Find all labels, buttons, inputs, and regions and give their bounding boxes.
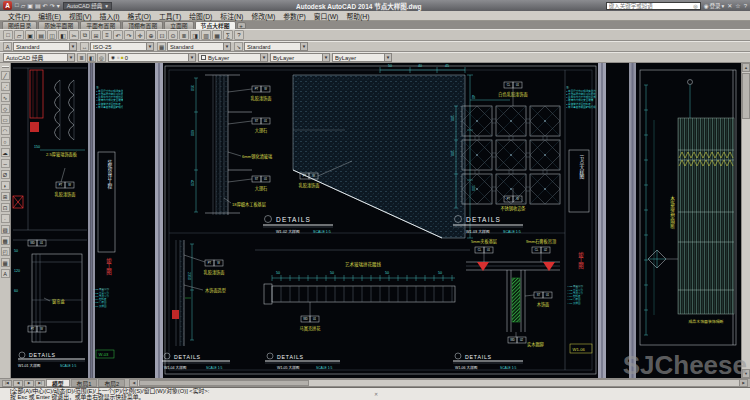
zoom-window-icon[interactable]: ⊡ bbox=[157, 30, 167, 40]
menu-item[interactable]: 格式(O) bbox=[124, 11, 155, 20]
mleader-style-combo[interactable]: Standard ▼ bbox=[244, 42, 308, 51]
file-tab[interactable]: 顶棚布置图 bbox=[122, 21, 163, 29]
linetype-combo[interactable]: ByLayer ▼ bbox=[270, 53, 330, 62]
chevron-down-icon[interactable]: ▼ bbox=[146, 43, 153, 50]
chevron-down-icon[interactable]: ▼ bbox=[384, 54, 391, 61]
drawing-canvas[interactable]: 150 2.5厚玻璃饰面板 PT W 乳胶漆饰面 50 120 60 WD 01 bbox=[11, 63, 741, 378]
point-icon[interactable]: · bbox=[1, 214, 10, 223]
menu-item[interactable]: 插入(I) bbox=[96, 11, 124, 20]
horizontal-scroll-thumb[interactable] bbox=[139, 380, 309, 386]
hatch-icon[interactable]: ▨ bbox=[1, 225, 10, 234]
undo-icon[interactable]: ↶ bbox=[113, 30, 123, 40]
model-tab[interactable]: 模型 bbox=[46, 379, 70, 387]
revision-cloud-icon[interactable]: ☁ bbox=[1, 148, 10, 157]
save-icon[interactable]: ▣ bbox=[25, 30, 35, 40]
chevron-down-icon[interactable]: ▼ bbox=[322, 54, 329, 61]
file-tab[interactable]: 图纸目录 bbox=[2, 21, 37, 29]
copy-icon[interactable]: ⧉ bbox=[80, 30, 90, 40]
sheet-set-icon[interactable]: ▦ bbox=[212, 30, 222, 40]
polygon-icon[interactable]: ◇ bbox=[1, 104, 10, 113]
scroll-right-icon[interactable]: ▶ bbox=[739, 380, 747, 386]
undo-icon[interactable]: ↶ bbox=[43, 2, 48, 9]
redo-icon[interactable]: ↷ bbox=[124, 30, 134, 40]
redo-icon[interactable]: ↷ bbox=[50, 2, 55, 9]
dim-style-combo[interactable]: ISO-25 ▼ bbox=[90, 42, 154, 51]
last-tab-icon[interactable]: ▶| bbox=[35, 380, 45, 387]
help-icon[interactable]: ? bbox=[744, 3, 747, 9]
chevron-down-icon[interactable]: ▼ bbox=[67, 54, 74, 61]
menu-item[interactable]: 编辑(E) bbox=[34, 11, 65, 20]
line-icon[interactable]: ╱ bbox=[1, 71, 10, 80]
search-input[interactable] bbox=[609, 3, 693, 9]
search-icon[interactable]: ◎ bbox=[693, 3, 697, 9]
match-properties-icon[interactable]: ≡ bbox=[102, 30, 112, 40]
layer-combo[interactable]: ◉ ☼ ■ 0 ▼ bbox=[108, 53, 196, 62]
layout-tab[interactable]: 布局2 bbox=[98, 379, 125, 387]
chevron-down-icon[interactable]: ▼ bbox=[300, 43, 307, 50]
help-icon[interactable]: ? bbox=[234, 30, 244, 40]
chevron-down-icon[interactable]: ▼ bbox=[260, 54, 267, 61]
mtext-icon[interactable]: A bbox=[1, 269, 10, 278]
zoom-previous-icon[interactable]: ⊙ bbox=[168, 30, 178, 40]
exchange-apps-icon[interactable]: ✕ bbox=[727, 2, 732, 9]
circle-icon[interactable]: ○ bbox=[1, 137, 10, 146]
workspace-switcher[interactable]: AutoCAD 经典 ▾ bbox=[63, 2, 112, 10]
open-icon[interactable]: ▱ bbox=[14, 30, 24, 40]
create-block-icon[interactable]: ⊡ bbox=[1, 203, 10, 212]
sign-in-control[interactable]: ◉ 登录 ▾ bbox=[704, 2, 725, 10]
scroll-left-icon[interactable]: ◀ bbox=[130, 380, 138, 386]
menu-item[interactable]: 窗口(W) bbox=[310, 11, 343, 20]
layer-isolate-icon[interactable]: ◎ bbox=[97, 53, 106, 62]
toolbar-drag-handle[interactable] bbox=[2, 66, 9, 68]
publish-icon[interactable]: ◧ bbox=[58, 30, 68, 40]
plot-icon[interactable]: ▤ bbox=[35, 2, 41, 9]
file-tab-active[interactable]: 节点大样图 bbox=[195, 21, 236, 29]
paste-icon[interactable]: ⊞ bbox=[91, 30, 101, 40]
file-tab[interactable]: 平面布置图 bbox=[80, 21, 121, 29]
lineweight-combo[interactable]: ByLayer ▼ bbox=[332, 53, 392, 62]
zoom-realtime-icon[interactable]: ⊕ bbox=[146, 30, 156, 40]
open-icon[interactable]: ▱ bbox=[21, 2, 26, 9]
menu-item[interactable]: 绘图(D) bbox=[185, 11, 216, 20]
chevron-down-icon[interactable]: ▼ bbox=[188, 54, 195, 61]
horizontal-scrollbar[interactable]: ◀ ▶ bbox=[129, 379, 748, 387]
qat-dropdown-icon[interactable]: ▾ bbox=[57, 2, 60, 9]
vertical-scroll-thumb[interactable] bbox=[742, 73, 750, 119]
new-icon[interactable]: □ bbox=[3, 30, 13, 40]
menu-item[interactable]: 文件(F) bbox=[4, 11, 34, 20]
quick-calc-icon[interactable]: ∑ bbox=[223, 30, 233, 40]
first-tab-icon[interactable]: |◀ bbox=[2, 380, 12, 387]
menu-item[interactable]: 标注(N) bbox=[216, 11, 247, 20]
cut-icon[interactable]: ✂ bbox=[69, 30, 79, 40]
gradient-icon[interactable]: ▩ bbox=[1, 236, 10, 245]
ellipse-arc-icon[interactable]: ◗ bbox=[1, 181, 10, 190]
file-tab[interactable]: 立面图 bbox=[164, 21, 193, 29]
color-combo[interactable]: ByLayer ▼ bbox=[198, 53, 268, 62]
table-icon[interactable]: ▦ bbox=[1, 258, 10, 267]
command-line-panel[interactable]: ✕ [全部(A)/中心(C)/动态(D)/范围(E)/上一个(P)/比例(S)/… bbox=[0, 387, 750, 400]
menu-item[interactable]: 参数(P) bbox=[279, 11, 310, 20]
rectangle-icon[interactable]: ▭ bbox=[1, 115, 10, 124]
layer-properties-icon[interactable]: ≣ bbox=[77, 53, 86, 62]
arc-icon[interactable]: ◠ bbox=[1, 126, 10, 135]
chevron-down-icon[interactable]: ▼ bbox=[69, 43, 76, 50]
insert-block-icon[interactable]: ⊞ bbox=[1, 192, 10, 201]
app-menu-button[interactable]: A bbox=[3, 1, 12, 10]
tool-palettes-icon[interactable]: ▥ bbox=[201, 30, 211, 40]
polyline-icon[interactable]: ∿ bbox=[1, 93, 10, 102]
vertical-scrollbar[interactable]: ▲ ▼ bbox=[741, 63, 750, 378]
menu-item[interactable]: 工具(T) bbox=[155, 11, 185, 20]
plot-preview-icon[interactable]: ◫ bbox=[47, 30, 57, 40]
save-icon[interactable]: ▣ bbox=[27, 2, 33, 9]
region-icon[interactable]: ◰ bbox=[1, 247, 10, 256]
favorites-icon[interactable]: ☆ bbox=[735, 2, 740, 9]
layout-tab[interactable]: 布局1 bbox=[71, 379, 98, 387]
text-style-combo[interactable]: Standard ▼ bbox=[13, 42, 77, 51]
workspace-combo[interactable]: AutoCAD 经典 ▼ bbox=[3, 53, 75, 62]
new-drawing-tab-button[interactable]: + bbox=[237, 22, 246, 29]
next-tab-icon[interactable]: ▶ bbox=[24, 380, 34, 387]
table-style-combo[interactable]: Standard ▼ bbox=[167, 42, 231, 51]
prev-tab-icon[interactable]: ◀ bbox=[13, 380, 23, 387]
ellipse-icon[interactable]: Ø bbox=[1, 170, 10, 179]
menu-item[interactable]: 视图(V) bbox=[65, 11, 96, 20]
